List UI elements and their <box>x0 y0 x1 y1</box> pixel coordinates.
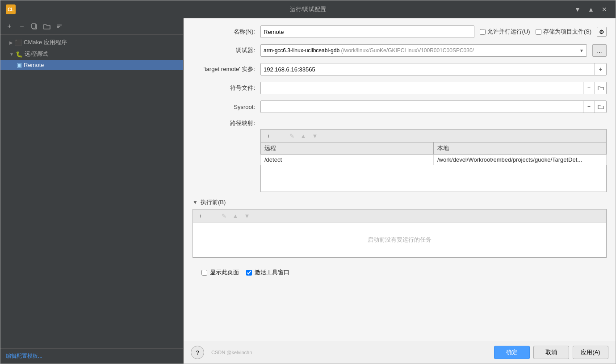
show-page-item[interactable]: 显示此页面 <box>201 268 239 276</box>
titlebar-controls: ▼ ▲ ✕ <box>572 4 610 14</box>
target-remote-input[interactable] <box>261 63 595 75</box>
path-mapping-add-button[interactable]: + <box>264 131 273 140</box>
execute-up-button[interactable]: ▲ <box>230 211 240 220</box>
execute-add-button[interactable]: + <box>196 211 205 220</box>
activate-window-item[interactable]: 激活工具窗口 <box>246 268 289 276</box>
path-mapping-container: + − ✎ ▲ ▼ 远程 本地 <box>260 129 607 192</box>
sidebar-tree: ▶ ⬛ CMake 应用程序 ▼ 🐛 远程调试 ▣ Remote <box>0 35 183 348</box>
symbol-file-row: 符号文件: + <box>193 82 607 94</box>
local-cell: /work/devel/Workroot/embed/projects/guok… <box>434 155 607 165</box>
path-mapping-up-button[interactable]: ▲ <box>298 131 308 140</box>
execute-empty-text: 启动前没有要运行的任务 <box>368 236 432 244</box>
execute-list: 启动前没有要运行的任务 <box>193 222 607 258</box>
path-mapping-table: 远程 本地 /detect/work/devel/Workroot/embed/… <box>260 142 607 165</box>
allow-parallel-checkbox[interactable] <box>480 29 486 35</box>
expand-icon: ▶ <box>9 40 13 45</box>
path-mapping-label-row: 路径映射: <box>193 119 607 127</box>
sidebar-item-cmake[interactable]: ▶ ⬛ CMake 应用程序 <box>0 37 183 48</box>
sidebar-footer: 编辑配置模板... <box>0 348 183 364</box>
copy-config-button[interactable] <box>29 21 40 32</box>
debugger-browse-button[interactable]: ... <box>592 44 607 57</box>
table-row: /detect/work/devel/Workroot/embed/projec… <box>261 155 607 165</box>
col-local: 本地 <box>434 142 607 155</box>
titlebar-title: 运行/调试配置 <box>290 5 327 13</box>
dialog: CL 运行/调试配置 ▼ ▲ ✕ + − <box>0 0 616 364</box>
path-mapping-edit-button[interactable]: ✎ <box>287 131 297 140</box>
target-remote-row: 'target remote' 实参: + <box>193 63 607 75</box>
confirm-button[interactable]: 确定 <box>494 346 530 359</box>
apply-button[interactable]: 应用(A) <box>573 346 608 359</box>
col-remote: 远程 <box>261 142 434 155</box>
symbol-file-input-wrap: + <box>260 82 607 94</box>
execute-edit-button[interactable]: ✎ <box>219 211 229 220</box>
path-mapping-empty-area <box>260 165 607 192</box>
symbol-file-add-button[interactable]: + <box>583 82 595 94</box>
target-remote-label: 'target remote' 实参: <box>193 65 255 73</box>
remote-cell: /detect <box>261 155 434 165</box>
cancel-button[interactable]: 取消 <box>533 346 569 359</box>
folder-button[interactable] <box>42 21 52 32</box>
dropdown-arrow-icon: ▼ <box>579 48 584 53</box>
svg-rect-1 <box>32 24 36 28</box>
debugger-select[interactable]: arm-gcc6.3-linux-uclibceabi-gdb (/work/l… <box>260 44 587 57</box>
sort-button[interactable] <box>54 21 65 32</box>
sidebar: + − <box>0 18 184 364</box>
minimize-button[interactable]: ▼ <box>572 4 583 14</box>
remote-debug-icon: 🐛 <box>16 51 23 58</box>
panel: 名称(N): 允许并行运行(U) 存储为项目文件(S) ⚙ 调试器: <box>184 18 616 364</box>
name-input[interactable] <box>260 25 474 38</box>
store-project-checkbox[interactable] <box>536 29 541 35</box>
titlebar-left: CL <box>6 4 16 14</box>
gear-button[interactable]: ⚙ <box>597 27 607 37</box>
path-mapping-section: 路径映射: + − ✎ ▲ ▼ 远程 <box>193 119 607 192</box>
show-page-label: 显示此页面 <box>210 268 239 276</box>
help-button[interactable]: ? <box>191 346 204 359</box>
main-content: + − <box>0 18 616 364</box>
path-mapping-down-button[interactable]: ▼ <box>310 131 320 140</box>
show-page-checkbox[interactable] <box>201 270 207 276</box>
sidebar-item-remote-debug-label: 远程调试 <box>25 50 48 58</box>
execute-section: ▼ 执行前(B) + − ✎ ▲ ▼ 启动前没有要运行的任务 <box>193 198 607 258</box>
sidebar-item-remote-debug[interactable]: ▼ 🐛 远程调试 <box>0 48 183 60</box>
remove-config-button[interactable]: − <box>17 21 27 32</box>
symbol-file-label: 符号文件: <box>193 84 255 92</box>
execute-down-button[interactable]: ▼ <box>242 211 252 220</box>
sidebar-item-remote[interactable]: ▣ Remote <box>0 60 183 70</box>
titlebar: CL 运行/调试配置 ▼ ▲ ✕ <box>0 0 616 18</box>
name-label: 名称(N): <box>193 28 255 36</box>
sysroot-input[interactable] <box>261 101 583 113</box>
sidebar-toolbar: + − <box>0 18 183 35</box>
debugger-select-text: arm-gcc6.3-linux-uclibceabi-gdb (/work/l… <box>264 47 579 54</box>
sysroot-label: Sysroot: <box>193 104 255 110</box>
store-project-label: 存储为项目文件(S) <box>536 28 591 36</box>
app-icon: CL <box>6 4 16 14</box>
execute-remove-button[interactable]: − <box>207 211 217 220</box>
symbol-file-browse-button[interactable] <box>595 82 606 94</box>
symbol-file-input[interactable] <box>261 82 583 94</box>
execute-collapse-button[interactable]: ▼ <box>193 199 198 205</box>
name-row: 名称(N): 允许并行运行(U) 存储为项目文件(S) ⚙ <box>193 25 607 38</box>
cmake-icon: ⬛ <box>15 39 22 46</box>
panel-content: 名称(N): 允许并行运行(U) 存储为项目文件(S) ⚙ 调试器: <box>184 18 616 341</box>
footer: ? CSDN @kelvinchn 确定 取消 应用(A) <box>184 341 616 364</box>
close-button[interactable]: ✕ <box>599 4 610 14</box>
target-remote-input-wrap: + <box>260 63 607 75</box>
execute-toolbar: + − ✎ ▲ ▼ <box>193 209 607 222</box>
activate-window-checkbox[interactable] <box>246 270 252 276</box>
target-remote-add-button[interactable]: + <box>595 63 606 75</box>
watermark: CSDN @kelvinchn <box>211 350 252 355</box>
edit-templates-link[interactable]: 编辑配置模板... <box>6 353 42 359</box>
path-mapping-label: 路径映射: <box>193 119 255 127</box>
sysroot-add-button[interactable]: + <box>583 101 595 113</box>
maximize-button[interactable]: ▲ <box>585 4 597 14</box>
allow-parallel-label: 允许并行运行(U) <box>480 28 530 36</box>
sysroot-row: Sysroot: + <box>193 100 607 113</box>
sidebar-item-remote-label: Remote <box>24 62 44 68</box>
debugger-label: 调试器: <box>193 46 255 54</box>
add-config-button[interactable]: + <box>4 21 15 32</box>
path-mapping-remove-button[interactable]: − <box>275 131 285 140</box>
execute-before-label: 执行前(B) <box>201 198 226 206</box>
activate-window-label: 激活工具窗口 <box>255 268 289 276</box>
sysroot-browse-button[interactable] <box>595 101 606 113</box>
path-mapping-toolbar: + − ✎ ▲ ▼ <box>260 129 607 142</box>
